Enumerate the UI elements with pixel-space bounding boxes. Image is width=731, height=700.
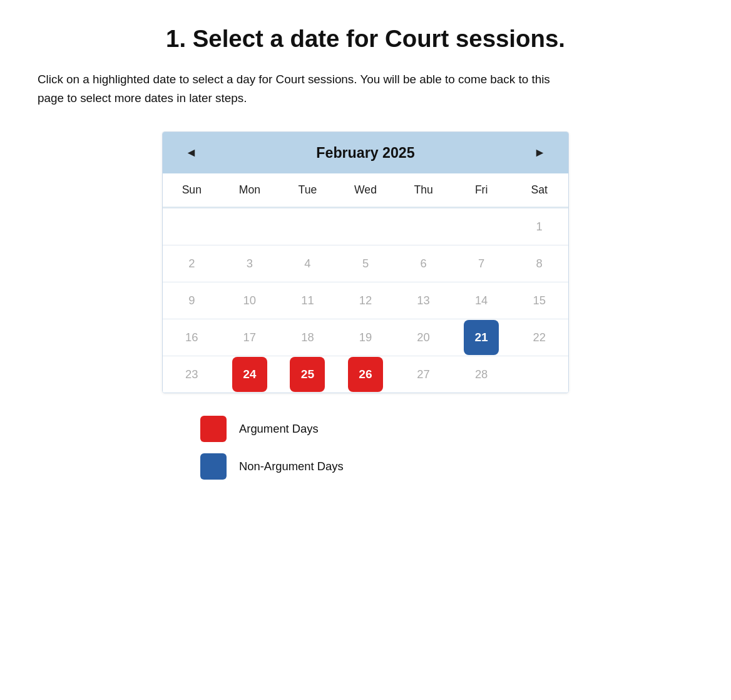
- next-month-button[interactable]: ►: [529, 143, 551, 162]
- day-9: 9: [163, 282, 221, 319]
- prev-month-button[interactable]: ◄: [180, 143, 202, 162]
- day-17: 17: [221, 319, 279, 356]
- day-20: 20: [394, 319, 452, 356]
- day-empty-w0-tue: [279, 208, 337, 245]
- dow-sun: Sun: [163, 173, 221, 208]
- day-25[interactable]: 25: [279, 356, 337, 393]
- calendar-week-4: 16171819202122: [163, 319, 568, 356]
- day-26[interactable]: 26: [337, 356, 395, 393]
- day-5: 5: [337, 245, 395, 282]
- day-14: 14: [452, 282, 511, 319]
- day-empty-w0-sun: [163, 208, 221, 245]
- day-12: 12: [337, 282, 395, 319]
- day-13: 13: [394, 282, 452, 319]
- calendar-header: ◄ February 2025 ►: [163, 132, 568, 173]
- legend-label-non-argument: Non-Argument Days: [239, 460, 344, 473]
- day-4: 4: [279, 245, 337, 282]
- calendar-week-5: 232425262728: [163, 356, 568, 393]
- day-2: 2: [163, 245, 221, 282]
- day-18: 18: [279, 319, 337, 356]
- dow-sat: Sat: [510, 173, 568, 208]
- day-16: 16: [163, 319, 221, 356]
- legend-label-argument: Argument Days: [239, 422, 319, 436]
- page-title: 1. Select a date for Court sessions.: [38, 25, 693, 53]
- day-3: 3: [221, 245, 279, 282]
- day-7: 7: [452, 245, 511, 282]
- dow-fri: Fri: [452, 173, 511, 208]
- day-empty-w0-mon: [221, 208, 279, 245]
- legend-item-argument: Argument Days: [200, 416, 319, 442]
- day-8: 8: [510, 245, 568, 282]
- day-24[interactable]: 24: [221, 356, 279, 393]
- legend: Argument Days Non-Argument Days: [200, 416, 693, 480]
- day-22: 22: [510, 319, 568, 356]
- calendar-week-3: 9101112131415: [163, 282, 568, 319]
- dow-tue: Tue: [279, 173, 337, 208]
- day-28: 28: [452, 356, 511, 393]
- day-15: 15: [510, 282, 568, 319]
- dow-mon: Mon: [221, 173, 279, 208]
- day-23: 23: [163, 356, 221, 393]
- calendar: ◄ February 2025 ► Sun Mon Tue Wed Thu Fr…: [162, 131, 569, 393]
- day-21[interactable]: 21: [452, 319, 511, 356]
- calendar-week-2: 2345678: [163, 245, 568, 282]
- days-of-week-row: Sun Mon Tue Wed Thu Fri Sat: [163, 173, 568, 208]
- day-empty-w0-wed: [337, 208, 395, 245]
- page-description: Click on a highlighted date to select a …: [38, 70, 576, 108]
- day-1: 1: [510, 208, 568, 245]
- day-empty-w0-fri: [452, 208, 511, 245]
- day-19: 19: [337, 319, 395, 356]
- month-label: February 2025: [316, 145, 414, 162]
- day-empty-w0-thu: [394, 208, 452, 245]
- legend-item-non-argument: Non-Argument Days: [200, 453, 344, 480]
- calendar-wrapper: ◄ February 2025 ► Sun Mon Tue Wed Thu Fr…: [38, 131, 693, 393]
- calendar-week-1: 1: [163, 208, 568, 245]
- legend-box-non-argument: [200, 453, 227, 480]
- dow-wed: Wed: [337, 173, 395, 208]
- day-empty-w4-sat: [510, 356, 568, 393]
- day-27: 27: [394, 356, 452, 393]
- calendar-grid: Sun Mon Tue Wed Thu Fri Sat 123456789101…: [163, 173, 568, 393]
- legend-box-argument: [200, 416, 227, 442]
- dow-thu: Thu: [394, 173, 452, 208]
- day-6: 6: [394, 245, 452, 282]
- day-10: 10: [221, 282, 279, 319]
- day-11: 11: [279, 282, 337, 319]
